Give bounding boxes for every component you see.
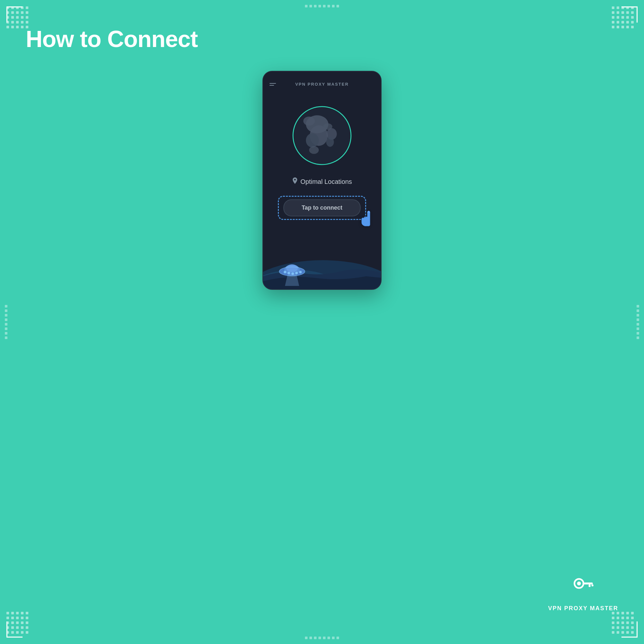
svg-point-8 [326, 137, 334, 147]
location-label: Optimal Locations [300, 178, 352, 185]
svg-point-3 [303, 117, 315, 126]
svg-point-6 [306, 133, 319, 147]
brand-container: VPN PROXY MASTER [548, 566, 618, 612]
side-dots-right [637, 305, 639, 339]
globe-area [263, 90, 381, 177]
location-row: Optimal Locations [263, 177, 381, 186]
brand-icon [565, 566, 601, 601]
menu-icon[interactable] [270, 83, 276, 86]
menu-line-1 [270, 83, 276, 84]
globe-svg [290, 103, 354, 168]
edge-dots-top [305, 5, 339, 7]
phone-mockup: VPN PROXY MASTER [262, 71, 382, 290]
phone-notch [309, 71, 335, 78]
svg-point-20 [295, 272, 298, 274]
app-title: VPN PROXY MASTER [295, 82, 349, 87]
svg-point-18 [288, 272, 290, 274]
edge-dots-bottom [305, 637, 339, 639]
phone-header: VPN PROXY MASTER [263, 78, 381, 90]
connect-button-wrapper: Tap to connect [263, 196, 381, 220]
svg-point-16 [286, 264, 298, 272]
brand-name: VPN PROXY MASTER [548, 605, 618, 612]
svg-point-24 [577, 582, 581, 585]
globe-wrapper [290, 103, 354, 168]
page-title: How to Connect [26, 26, 198, 52]
bottom-landscape [263, 231, 381, 289]
cursor-hand-icon [352, 204, 378, 235]
dashed-border: Tap to connect [278, 196, 366, 220]
svg-point-9 [309, 146, 319, 154]
svg-point-17 [284, 271, 286, 273]
menu-line-2 [270, 85, 274, 86]
corner-decoration-top-right [612, 6, 638, 32]
side-dots-left [5, 305, 7, 339]
svg-rect-27 [592, 584, 593, 586]
svg-point-19 [291, 272, 294, 275]
svg-rect-25 [582, 582, 593, 584]
corner-decoration-bottom-left [6, 612, 32, 638]
tap-to-connect-button[interactable]: Tap to connect [283, 199, 361, 216]
corner-decoration-bottom-right [612, 612, 638, 638]
svg-rect-26 [589, 584, 591, 587]
connect-button-text: Tap to connect [302, 204, 343, 211]
svg-point-21 [299, 271, 302, 273]
location-pin-icon [292, 177, 298, 186]
